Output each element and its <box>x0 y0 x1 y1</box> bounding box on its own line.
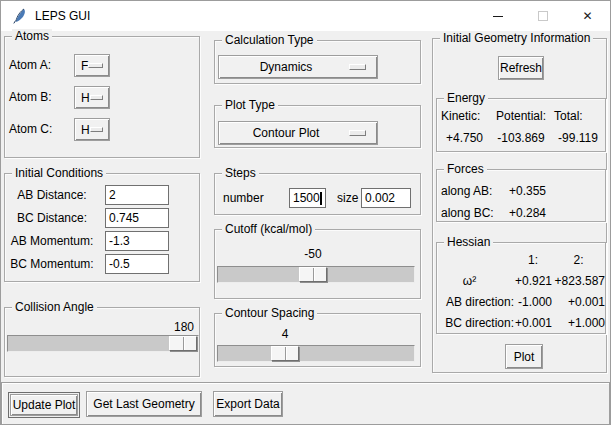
bc-distance-label: BC Distance: <box>5 208 99 228</box>
hessian-col2-header: 2: <box>552 253 605 267</box>
atom-b-label: Atom B: <box>9 86 52 109</box>
app-feather-icon <box>11 8 27 24</box>
hessian-group: Hessian 1: 2: ω² +0.921 +823.587 AB dire… <box>436 242 606 334</box>
energy-total-header: Total: <box>552 109 604 123</box>
energy-potential-header: Potential: <box>494 109 548 123</box>
steps-number-value: 1500 <box>293 191 320 205</box>
initial-conditions-title: Initial Conditions <box>12 166 106 180</box>
hessian-bc-direction-label: BC direction: <box>439 316 514 330</box>
cutoff-title: Cutoff (kcal/mol) <box>222 222 315 236</box>
force-along-bc-value: +0.284 <box>509 206 546 220</box>
hessian-ab-direction-label: AB direction: <box>439 295 514 309</box>
get-last-geometry-label: Get Last Geometry <box>93 397 194 411</box>
atom-a-label: Atom A: <box>9 54 51 77</box>
optionmenu-indicator-icon <box>349 64 366 70</box>
bc-momentum-label: BC Momentum: <box>5 254 99 274</box>
cutoff-slider[interactable] <box>217 266 415 283</box>
steps-title: Steps <box>222 166 259 180</box>
contour-spacing-group: Contour Spacing 4 <box>214 313 421 367</box>
atom-c-optionmenu[interactable]: H <box>74 118 110 141</box>
atoms-group: Atoms Atom A: F Atom B: H Atom C: H <box>4 36 200 158</box>
initial-geometry-information-title: Initial Geometry Information <box>440 31 593 45</box>
collision-angle-value: 180 <box>174 320 194 334</box>
ab-momentum-label: AB Momentum: <box>5 231 99 251</box>
steps-number-label: number <box>223 188 264 208</box>
hessian-ab-direction-value-1: -1.000 <box>514 295 552 309</box>
hessian-omega-value-2: +823.587 <box>552 274 605 288</box>
energy-potential-value: -103.869 <box>494 131 548 145</box>
forces-group: Forces along AB: +0.355 along BC: +0.284 <box>436 169 606 222</box>
calculation-type-group: Calculation Type Dynamics <box>214 40 421 84</box>
energy-values-row: +4.750 -103.869 -99.119 <box>439 131 605 145</box>
close-button[interactable]: ✕ <box>565 1 610 31</box>
atoms-group-title: Atoms <box>12 29 52 43</box>
update-plot-focus-ring: Update Plot <box>8 392 80 418</box>
initial-geometry-information-group: Initial Geometry Information Refresh Ene… <box>432 38 607 373</box>
hessian-col1-header: 1: <box>514 253 552 267</box>
bc-momentum-input[interactable]: -0.5 <box>105 254 169 274</box>
titlebar: LEPS GUI ✕ <box>1 1 610 31</box>
force-along-bc-label: along BC: <box>441 206 494 220</box>
hessian-corner-cell <box>439 253 514 267</box>
optionmenu-indicator-icon <box>88 63 103 68</box>
ab-momentum-input[interactable]: -1.3 <box>105 231 169 251</box>
refresh-button-label: Refresh <box>500 61 542 75</box>
energy-group: Energy Kinetic: Potential: Total: +4.750… <box>436 98 606 152</box>
ab-distance-input[interactable]: 2 <box>105 185 169 205</box>
refresh-button[interactable]: Refresh <box>498 56 544 80</box>
steps-size-value: 0.002 <box>365 191 395 205</box>
cutoff-slider-thumb[interactable] <box>299 267 327 282</box>
plot-button[interactable]: Plot <box>505 344 543 369</box>
minimize-button[interactable] <box>475 1 520 31</box>
bc-momentum-value: -0.5 <box>109 257 130 271</box>
atom-b-optionmenu[interactable]: H <box>74 86 110 109</box>
forces-title: Forces <box>444 162 487 176</box>
ab-distance-value: 2 <box>109 188 116 202</box>
window-title: LEPS GUI <box>35 9 90 23</box>
plot-type-title: Plot Type <box>222 98 278 112</box>
contour-spacing-title: Contour Spacing <box>222 306 317 320</box>
atom-a-value: F <box>75 59 88 73</box>
atom-c-label: Atom C: <box>9 118 52 141</box>
steps-size-input[interactable]: 0.002 <box>361 188 411 208</box>
contour-spacing-slider[interactable] <box>217 345 415 362</box>
plot-type-value: Contour Plot <box>219 126 349 140</box>
contour-spacing-slider-thumb[interactable] <box>271 346 299 361</box>
maximize-button <box>520 1 565 31</box>
optionmenu-indicator-icon <box>90 127 103 132</box>
collision-angle-slider-thumb[interactable] <box>169 336 197 351</box>
calculation-type-optionmenu[interactable]: Dynamics <box>218 55 378 79</box>
collision-angle-slider[interactable] <box>7 335 199 352</box>
calculation-type-title: Calculation Type <box>222 33 317 47</box>
maximize-icon <box>538 11 548 21</box>
cutoff-group: Cutoff (kcal/mol) -50 <box>214 229 421 299</box>
bc-distance-value: 0.745 <box>109 211 139 225</box>
ab-momentum-value: -1.3 <box>109 234 130 248</box>
atom-c-value: H <box>75 123 90 137</box>
energy-kinetic-value: +4.750 <box>439 131 490 145</box>
energy-headers-row: Kinetic: Potential: Total: <box>439 109 605 123</box>
hessian-omega-value-1: +0.921 <box>514 274 552 288</box>
atom-a-optionmenu[interactable]: F <box>74 54 110 77</box>
export-data-button[interactable]: Export Data <box>213 391 283 417</box>
steps-number-input[interactable]: 1500 <box>289 188 326 208</box>
energy-title: Energy <box>444 91 488 105</box>
contour-spacing-value: 4 <box>265 327 305 341</box>
bc-distance-input[interactable]: 0.745 <box>105 208 169 228</box>
steps-size-label: size <box>337 188 358 208</box>
plot-type-optionmenu[interactable]: Contour Plot <box>218 121 378 145</box>
steps-group: Steps number 1500 size 0.002 <box>214 173 421 215</box>
leps-gui-window: LEPS GUI ✕ Atoms Atom A: F Atom B: H Ato… <box>0 0 611 425</box>
optionmenu-indicator-icon <box>349 130 366 136</box>
get-last-geometry-button[interactable]: Get Last Geometry <box>86 391 202 417</box>
update-plot-button[interactable]: Update Plot <box>10 394 78 416</box>
collision-angle-title: Collision Angle <box>12 300 97 314</box>
energy-kinetic-header: Kinetic: <box>439 109 490 123</box>
force-along-ab-label: along AB: <box>441 184 492 198</box>
collision-angle-group: Collision Angle 180 <box>4 307 200 377</box>
minimize-icon <box>493 16 503 17</box>
hessian-ab-direction-value-2: +0.001 <box>552 295 605 309</box>
force-along-ab-value: +0.355 <box>509 184 546 198</box>
hessian-bc-direction-value-2: +1.000 <box>552 316 605 330</box>
hessian-title: Hessian <box>444 235 493 249</box>
